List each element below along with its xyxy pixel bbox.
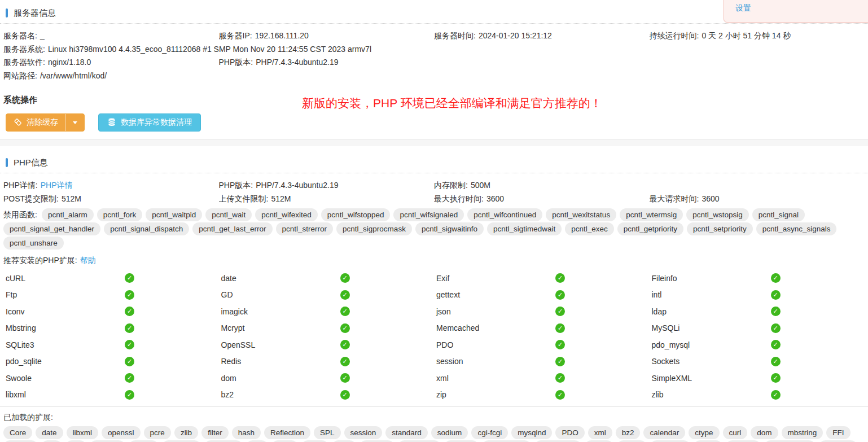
loaded-extension-tag: PDO xyxy=(555,426,584,439)
extension-name: intl xyxy=(652,290,771,299)
extension-status-cell: Exif ✓ xyxy=(434,270,650,287)
extension-name: dom xyxy=(221,374,340,383)
disabled-function-tag: pcntl_setpriority xyxy=(687,222,753,235)
extension-status-cell: GD ✓ xyxy=(219,287,435,304)
extension-status-cell: json ✓ xyxy=(434,303,650,320)
disabled-function-tag: pcntl_sigtimedwait xyxy=(487,222,562,235)
annotation-text: 新版的安装，PHP 环境已经全部编译和满足官方推荐的！ xyxy=(302,95,602,111)
extension-status-cell: MySQLi ✓ xyxy=(650,320,865,337)
extension-status-cell: date ✓ xyxy=(219,270,435,287)
upload-limit-value: 512M xyxy=(271,192,291,206)
extension-name: date xyxy=(221,274,340,283)
section-accent-bar xyxy=(6,8,8,17)
extension-name: MySQLi xyxy=(652,323,771,332)
memory-limit-field: 内存限制: 500M xyxy=(434,179,650,192)
loaded-extension-tag: libxml xyxy=(67,426,99,439)
check-icon: ✓ xyxy=(555,290,565,300)
loaded-extension-tag: zlib xyxy=(174,426,198,439)
extension-status-cell: zlib ✓ xyxy=(650,387,865,404)
disabled-function-tag: pcntl_wstopsig xyxy=(686,208,749,221)
php-info-header: PHP信息 xyxy=(6,156,868,169)
clear-cache-dropdown-toggle[interactable] xyxy=(65,114,84,131)
php-version-field2: PHP版本: PHP/7.4.3-4ubuntu2.19 xyxy=(219,179,435,192)
php-version-value: PHP/7.4.3-4ubuntu2.19 xyxy=(256,56,338,69)
extension-name: SQLite3 xyxy=(6,340,125,349)
eraser-icon xyxy=(14,117,23,128)
check-icon: ✓ xyxy=(340,323,350,333)
extension-name: Fileinfo xyxy=(652,274,771,283)
php-info-grid: PHP详情: PHP详情 PHP版本: PHP/7.4.3-4ubuntu2.1… xyxy=(0,173,868,205)
extension-status-cell: Swoole ✓ xyxy=(3,370,219,387)
disabled-function-tag: pcntl_get_last_error xyxy=(192,222,272,235)
recommended-ext-label: 推荐安装的PHP扩展: xyxy=(3,255,77,266)
disabled-function-tag: pcntl_fork xyxy=(97,208,143,221)
check-icon: ✓ xyxy=(125,290,134,300)
extension-name: SimpleXML xyxy=(652,374,771,383)
extension-status-cell: gettext ✓ xyxy=(434,287,650,304)
clear-cache-button[interactable]: 清除缓存 xyxy=(6,114,65,131)
extension-status-cell: SimpleXML ✓ xyxy=(650,370,865,387)
server-software-field: 服务器软件: nginx/1.18.0 xyxy=(3,56,219,69)
extension-status-cell: Fileinfo ✓ xyxy=(650,270,865,287)
server-uptime-label: 持续运行时间: xyxy=(650,29,699,43)
card-separator xyxy=(0,139,868,146)
check-icon: ✓ xyxy=(555,340,565,349)
email-settings-link-wrap[interactable]: 设置 xyxy=(735,3,751,12)
extension-status-cell: imagick ✓ xyxy=(219,303,435,320)
extension-status-cell: Memcached ✓ xyxy=(434,320,650,337)
check-icon: ✓ xyxy=(125,390,134,400)
post-limit-value: 512M xyxy=(62,192,81,206)
extension-status-cell: pdo_mysql ✓ xyxy=(650,336,865,353)
php-version-field: PHP版本: PHP/7.4.3-4ubuntu2.19 xyxy=(219,56,435,69)
check-icon: ✓ xyxy=(340,340,350,349)
check-icon: ✓ xyxy=(771,373,781,383)
extension-status-cell: Iconv ✓ xyxy=(3,303,219,320)
check-icon: ✓ xyxy=(125,323,134,333)
extension-status-cell: Mbstring ✓ xyxy=(3,320,219,337)
loaded-extension-tag: standard xyxy=(385,426,428,439)
check-icon: ✓ xyxy=(555,357,565,366)
database-icon xyxy=(107,117,116,128)
check-icon: ✓ xyxy=(125,273,134,283)
loaded-extension-tag: xml xyxy=(588,426,612,439)
check-icon: ✓ xyxy=(340,373,350,383)
disabled-function-tag: pcntl_signal xyxy=(752,208,805,221)
db-clean-button[interactable]: 数据库异常数据清理 xyxy=(98,113,201,132)
disabled-function-tag: pcntl_wexitstatus xyxy=(546,208,616,221)
check-icon: ✓ xyxy=(125,307,134,316)
php-detail-link[interactable]: PHP详情 xyxy=(41,179,73,192)
extension-name: GD xyxy=(221,290,340,299)
php-version-label: PHP版本: xyxy=(219,56,253,69)
extension-name: Swoole xyxy=(6,374,125,383)
server-name-label: 服务器名: xyxy=(3,29,37,43)
max-exec-field: 最大执行时间: 3600 xyxy=(434,192,650,206)
loaded-extension-tag: bz2 xyxy=(616,426,641,439)
extension-status-cell: ldap ✓ xyxy=(650,303,865,320)
extension-status-cell: Redis ✓ xyxy=(219,353,435,370)
extension-name: libxml xyxy=(6,390,125,399)
extension-name: Iconv xyxy=(6,307,125,316)
extension-status-cell: SQLite3 ✓ xyxy=(3,336,219,353)
disabled-function-tag: pcntl_alarm xyxy=(42,208,94,221)
max-request-field: 最大请求时间: 3600 xyxy=(650,192,865,206)
server-info-title: 服务器信息 xyxy=(14,8,56,19)
extension-status-cell: PDO ✓ xyxy=(434,336,650,353)
notice-message: 部分功能正常，请及时绑定邮箱 去邮箱 xyxy=(735,0,868,2)
php-version-label2: PHP版本: xyxy=(219,179,253,192)
check-icon: ✓ xyxy=(771,340,781,349)
extension-name: Sockets xyxy=(652,357,771,366)
help-link[interactable]: 帮助 xyxy=(80,255,96,266)
check-icon: ✓ xyxy=(771,323,781,333)
extension-status-cell: Mcrypt ✓ xyxy=(219,320,435,337)
check-icon: ✓ xyxy=(340,357,350,366)
check-icon: ✓ xyxy=(771,290,781,300)
disabled-function-tag: pcntl_unshare xyxy=(3,237,64,250)
server-software-value: nginx/1.18.0 xyxy=(48,56,91,69)
check-icon: ✓ xyxy=(340,273,350,283)
check-icon: ✓ xyxy=(340,390,350,400)
server-os-field: 服务器系统: Linux hi3798mv100 4.4.35_ecoo_811… xyxy=(3,43,865,56)
server-time-field: 服务器时间: 2024-01-20 15:21:12 xyxy=(434,29,650,43)
php-detail-label: PHP详情: xyxy=(3,179,38,192)
server-os-value: Linux hi3798mv100 4.4.35_ecoo_81112068 #… xyxy=(48,43,371,56)
extension-name: Mbstring xyxy=(6,323,125,332)
